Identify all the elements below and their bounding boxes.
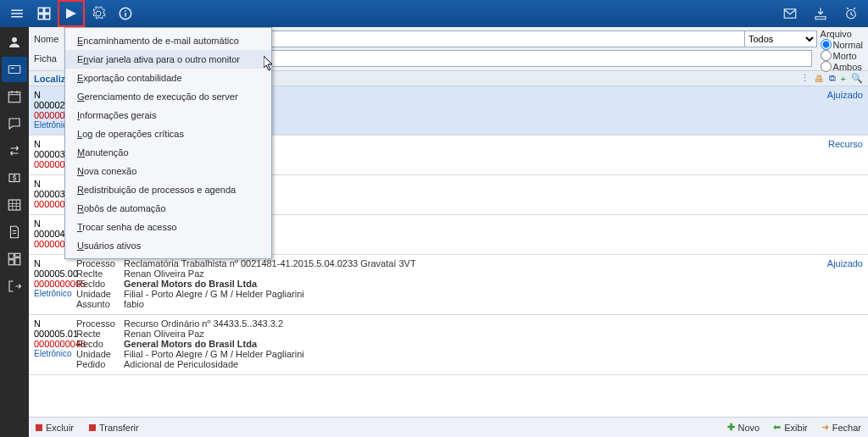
svg-rect-5: [8, 92, 20, 102]
menu-item[interactable]: Trocar senha de acesso: [65, 218, 271, 236]
plus-small-icon[interactable]: +: [841, 74, 846, 84]
search-small-icon[interactable]: 🔍: [851, 73, 863, 84]
ficha-label: Ficha: [34, 53, 64, 64]
tools-dropdown: Encaminhamento de e-mail automáticoEnvia…: [64, 27, 272, 259]
gear-icon[interactable]: [85, 0, 112, 27]
dashboard-icon[interactable]: [2, 246, 27, 272]
person-icon[interactable]: [2, 30, 27, 55]
money-icon[interactable]: $: [2, 165, 27, 191]
svg-point-3: [12, 37, 17, 42]
dots-icon[interactable]: ⋮: [800, 73, 810, 84]
transfer-icon[interactable]: [2, 138, 27, 163]
svg-rect-4: [8, 66, 20, 74]
menu-item[interactable]: Manutenção: [65, 143, 271, 162]
sidebar: $: [0, 27, 29, 437]
menu-item[interactable]: Exportação contabilidade: [65, 69, 271, 87]
transferir-button[interactable]: Transferir: [89, 423, 139, 433]
svg-text:$: $: [13, 174, 17, 182]
svg-rect-10: [15, 253, 20, 257]
copy-icon[interactable]: ⧉: [829, 73, 836, 84]
fechar-button[interactable]: ➜Fechar: [821, 422, 861, 433]
menu-item[interactable]: Enviar janela ativa para o outro monitor: [65, 50, 271, 69]
calendar-icon[interactable]: [2, 84, 27, 109]
excluir-button[interactable]: Excluir: [36, 423, 74, 433]
svg-rect-1: [784, 9, 796, 19]
mail-icon[interactable]: [776, 0, 804, 27]
menu-item[interactable]: Log de operações críticas: [65, 124, 271, 143]
exibir-button[interactable]: ⬅Exibir: [773, 422, 808, 433]
bottom-bar: Excluir Transferir ✚Novo ⬅Exibir ➜Fechar: [29, 417, 868, 437]
menu-item[interactable]: Encaminhamento de e-mail automático: [65, 31, 271, 50]
nome-label: Nome: [34, 34, 64, 44]
topbar: [0, 0, 868, 27]
chat-icon[interactable]: [2, 111, 27, 136]
svg-rect-8: [8, 200, 20, 210]
novo-button[interactable]: ✚Novo: [727, 422, 760, 433]
menu-item[interactable]: Usuários ativos: [65, 236, 271, 255]
arquivo-group: Arquivo Normal Morto Ambos: [821, 29, 863, 72]
radio-normal[interactable]: Normal: [821, 39, 863, 50]
radio-ambos[interactable]: Ambos: [821, 61, 863, 72]
arquivo-label: Arquivo: [821, 29, 863, 39]
grid-icon[interactable]: [31, 0, 58, 27]
table-icon[interactable]: [2, 192, 27, 218]
tools-menu-button[interactable]: [58, 0, 85, 27]
svg-rect-12: [15, 258, 20, 265]
info-icon[interactable]: [112, 0, 139, 27]
print-icon[interactable]: 🖶: [815, 74, 824, 84]
todos-select[interactable]: Todos: [744, 30, 817, 47]
case-row[interactable]: N 000005.000000000005EletrônicoProcessoR…: [29, 255, 868, 315]
radio-morto[interactable]: Morto: [821, 50, 863, 61]
alarm-icon[interactable]: [837, 0, 865, 27]
hamburger-icon[interactable]: [3, 0, 31, 27]
download-icon[interactable]: [807, 0, 834, 27]
menu-item[interactable]: Redistribuição de processos e agenda: [65, 180, 271, 199]
exit-icon[interactable]: [2, 274, 27, 299]
svg-rect-11: [8, 260, 14, 265]
svg-rect-9: [8, 253, 14, 258]
case-row[interactable]: N 000005.010000000048EletrônicoProcessoR…: [29, 315, 868, 375]
card-icon[interactable]: [2, 57, 27, 82]
menu-item[interactable]: Informações gerais: [65, 106, 271, 124]
document-icon[interactable]: [2, 219, 27, 245]
menu-item[interactable]: Robôs de automação: [65, 199, 271, 218]
menu-item[interactable]: Gerenciamento de execução do server: [65, 87, 271, 106]
menu-item[interactable]: Nova conexão: [65, 162, 271, 180]
